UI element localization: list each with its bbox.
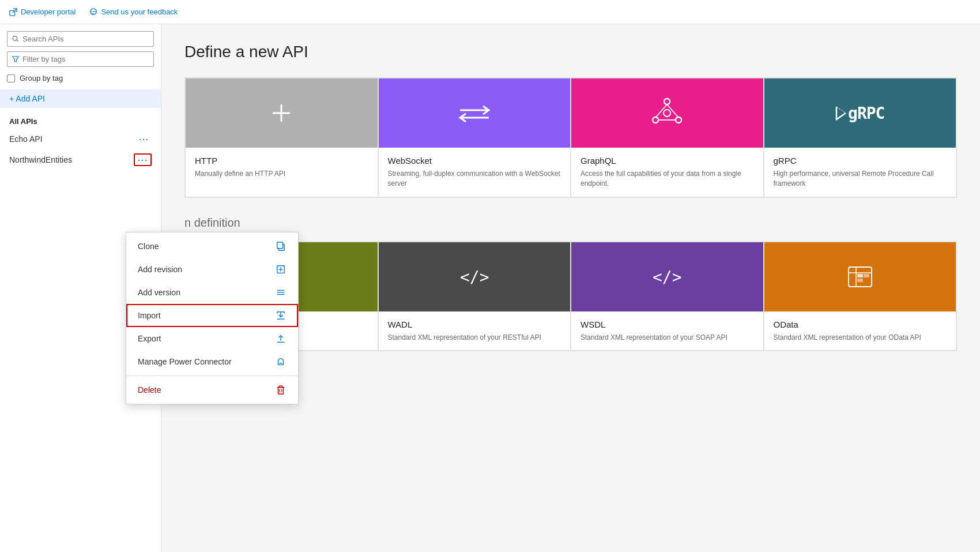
echo-api-menu-btn[interactable]: ⋯ bbox=[136, 134, 152, 144]
svg-rect-24 bbox=[278, 388, 284, 395]
top-bar: Developer portal Send us your feedback bbox=[0, 0, 980, 24]
websocket-card-title: WebSocket bbox=[388, 156, 561, 166]
ctx-power-connector[interactable]: Manage Power Connector bbox=[126, 350, 298, 373]
version-icon bbox=[275, 287, 287, 298]
http-card-info: HTTP Manually define an HTTP API bbox=[186, 148, 378, 187]
svg-point-32 bbox=[653, 117, 658, 123]
odata-icon-area bbox=[764, 242, 956, 311]
svg-marker-8 bbox=[13, 57, 19, 62]
api-card-odata[interactable]: OData Standard XML representation of you… bbox=[764, 242, 957, 351]
websocket-icon-area bbox=[379, 78, 571, 148]
group-by-tag: Group by tag bbox=[0, 72, 161, 89]
developer-portal-link[interactable]: Developer portal bbox=[9, 7, 76, 16]
section2-subtitle-text: n definition bbox=[184, 216, 240, 229]
ctx-import-label: Import bbox=[138, 311, 275, 320]
all-apis-label: All APIs bbox=[0, 112, 161, 129]
ctx-clone-label: Clone bbox=[138, 242, 275, 251]
grpc-icon-area: gRPC bbox=[764, 78, 956, 148]
api-item-echo[interactable]: Echo API ⋯ bbox=[0, 129, 161, 149]
svg-point-3 bbox=[92, 11, 93, 12]
svg-text:</>: </> bbox=[653, 268, 682, 287]
svg-line-7 bbox=[17, 40, 18, 42]
api-card-http[interactable]: HTTP Manually define an HTTP API bbox=[185, 78, 378, 197]
api-card-wsdl[interactable]: </> WSDL Standard XML representation of … bbox=[571, 242, 764, 351]
svg-point-31 bbox=[664, 99, 670, 104]
northwind-menu-btn[interactable]: ⋯ bbox=[134, 153, 152, 166]
odata-card-title: OData bbox=[774, 320, 947, 329]
import-icon bbox=[275, 310, 287, 321]
api-item-echo-label: Echo API bbox=[9, 134, 43, 144]
api-card-wadl[interactable]: </> WADL Standard XML representation of … bbox=[378, 242, 571, 351]
ctx-export[interactable]: Export bbox=[126, 327, 298, 350]
svg-line-38 bbox=[836, 107, 846, 113]
wsdl-icon-area: </> bbox=[571, 242, 763, 311]
revision-icon bbox=[275, 264, 287, 275]
svg-rect-49 bbox=[857, 274, 863, 277]
filter-input[interactable] bbox=[22, 55, 149, 63]
ctx-add-version[interactable]: Add version bbox=[126, 281, 298, 304]
main-title: Define a new API bbox=[184, 43, 957, 61]
feedback-icon bbox=[89, 8, 97, 16]
section2-subtitle: n definition bbox=[184, 216, 957, 230]
ctx-delete-label: Delete bbox=[138, 385, 275, 395]
ctx-power-label: Manage Power Connector bbox=[138, 357, 275, 366]
ctx-add-revision-label: Add revision bbox=[138, 265, 275, 274]
delete-icon bbox=[275, 384, 287, 396]
api-item-northwind[interactable]: NorthwindEntities ⋯ bbox=[0, 149, 161, 171]
http-card-desc: Manually define an HTTP API bbox=[195, 169, 368, 179]
http-card-title: HTTP bbox=[195, 156, 368, 166]
feedback-link[interactable]: Send us your feedback bbox=[89, 7, 178, 16]
ctx-export-label: Export bbox=[138, 334, 275, 343]
svg-point-5 bbox=[95, 11, 96, 12]
svg-rect-11 bbox=[277, 242, 283, 249]
wadl-card-info: WADL Standard XML representation of your… bbox=[379, 311, 571, 351]
svg-text:</>: </> bbox=[460, 268, 489, 287]
graphql-icon-area bbox=[571, 78, 763, 148]
api-card-websocket[interactable]: WebSocket Streaming, full-duplex communi… bbox=[378, 78, 571, 197]
grpc-card-desc: High performance, universal Remote Proce… bbox=[774, 169, 947, 189]
odata-card-desc: Standard XML representation of your ODat… bbox=[774, 333, 947, 343]
ctx-delete[interactable]: Delete bbox=[126, 378, 298, 401]
ctx-divider bbox=[126, 375, 298, 376]
export-icon bbox=[275, 333, 287, 344]
external-link-icon bbox=[9, 8, 17, 16]
wsdl-card-info: WSDL Standard XML representation of your… bbox=[571, 311, 763, 351]
api-card-graphql[interactable]: GraphQL Access the full capabilities of … bbox=[571, 78, 764, 197]
grpc-card-info: gRPC High performance, universal Remote … bbox=[764, 148, 956, 197]
graphql-card-title: GraphQL bbox=[581, 156, 754, 166]
context-menu: Clone Add revision bbox=[126, 232, 299, 404]
sidebar: Group by tag + Add API All APIs Echo API… bbox=[0, 24, 161, 552]
clone-icon bbox=[275, 241, 287, 252]
api-cards-row2: ic </> WADL Standard XML representation … bbox=[184, 241, 957, 352]
add-api-button[interactable]: + Add API bbox=[0, 89, 161, 108]
api-cards-row1: HTTP Manually define an HTTP API WebSock… bbox=[184, 77, 957, 198]
search-box[interactable] bbox=[7, 31, 154, 47]
wadl-card-title: WADL bbox=[388, 320, 561, 329]
ctx-clone[interactable]: Clone bbox=[126, 235, 298, 258]
api-card-grpc[interactable]: gRPC gRPC High performance, universal Re… bbox=[764, 78, 957, 197]
power-icon bbox=[275, 356, 287, 367]
svg-point-34 bbox=[664, 110, 670, 117]
api-item-northwind-label: NorthwindEntities bbox=[9, 155, 72, 164]
search-icon bbox=[12, 35, 19, 43]
svg-rect-50 bbox=[857, 279, 863, 282]
search-input[interactable] bbox=[22, 35, 149, 43]
ctx-import[interactable]: Import bbox=[126, 304, 298, 327]
svg-rect-51 bbox=[864, 274, 869, 277]
svg-point-33 bbox=[676, 117, 681, 123]
group-by-label: Group by tag bbox=[20, 74, 63, 82]
http-icon-area bbox=[186, 78, 378, 148]
app-layout: Group by tag + Add API All APIs Echo API… bbox=[0, 24, 980, 552]
feedback-label: Send us your feedback bbox=[101, 7, 178, 16]
graphql-card-info: GraphQL Access the full capabilities of … bbox=[571, 148, 763, 197]
filter-box[interactable] bbox=[7, 51, 154, 67]
group-by-checkbox[interactable] bbox=[7, 74, 15, 82]
ctx-add-revision[interactable]: Add revision bbox=[126, 258, 298, 281]
wadl-card-desc: Standard XML representation of your REST… bbox=[388, 333, 561, 343]
filter-icon bbox=[12, 55, 19, 63]
add-api-label: + Add API bbox=[9, 94, 45, 103]
wadl-icon-area: </> bbox=[379, 242, 571, 311]
developer-portal-label: Developer portal bbox=[21, 7, 76, 16]
graphql-card-desc: Access the full capabilities of your dat… bbox=[581, 169, 754, 189]
ctx-add-version-label: Add version bbox=[138, 288, 275, 297]
